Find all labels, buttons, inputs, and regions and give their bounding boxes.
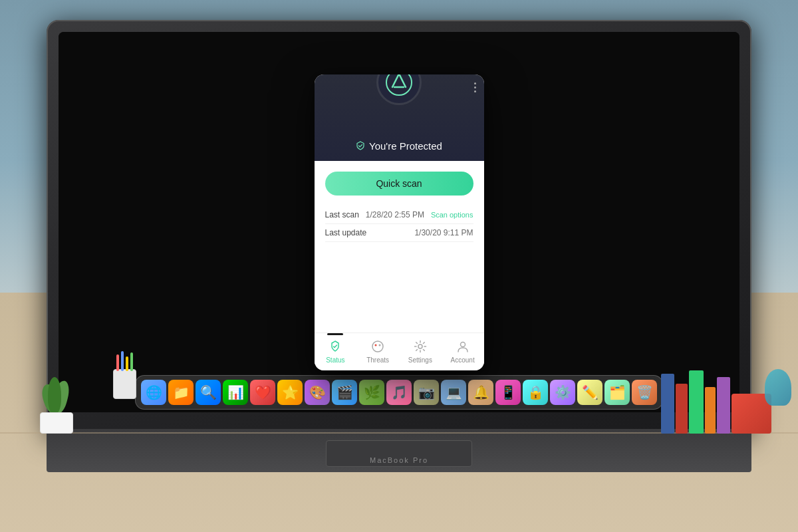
dock: 🌐 📁 🔍 📊 ❤️ ⭐ 🎨 🎬 🌿 🎵 📷 💻 🔔 📱 🔒 ⚙️ [135,375,663,410]
screen-bezel: You're Protected Quick scan Last scan 1/… [47,20,751,432]
protected-text: You're Protected [369,140,442,152]
scan-options-link[interactable]: Scan options [431,211,473,219]
last-update-value: 1/30/20 9:11 PM [414,228,473,237]
holder-body [113,369,136,399]
svg-point-6 [418,344,422,348]
quick-scan-button[interactable]: Quick scan [325,172,473,196]
svg-point-3 [372,341,383,352]
books [661,370,771,434]
shield-icon [356,141,365,150]
app-header: You're Protected [315,74,484,161]
dock-icon-12[interactable]: 🔔 [468,380,493,405]
app-body: Quick scan Last scan 1/28/20 2:55 PM Sca… [315,161,484,253]
nav-status[interactable]: Status [319,338,352,364]
dock-icon-16[interactable]: ✏️ [577,380,602,405]
dock-icon-6[interactable]: 🎨 [305,380,330,405]
dock-icon-7[interactable]: 🎬 [332,380,357,405]
book5 [717,377,730,434]
menu-dots-button[interactable] [474,82,476,92]
svg-point-5 [379,344,381,346]
dock-icon-17[interactable]: 🗂️ [604,380,630,405]
pencil3 [126,356,128,371]
plant [33,380,80,434]
screen-area: You're Protected Quick scan Last scan 1/… [59,32,739,412]
nav-account[interactable]: Account [446,338,479,364]
teal-object [765,369,791,406]
threats-nav-label: Threats [366,356,389,364]
bottom-nav: Status Threats [315,332,484,370]
account-nav-label: Account [451,356,475,364]
last-update-row: Last update 1/30/20 9:11 PM [325,224,473,242]
dock-icon-3[interactable]: 📊 [223,380,248,405]
dock-icon-9[interactable]: 🎵 [386,380,412,405]
book2 [676,384,688,434]
pot [40,412,73,434]
dock-icon-14[interactable]: 🔒 [523,380,548,405]
app-window: You're Protected Quick scan Last scan 1/… [315,74,484,370]
active-bar [327,333,343,335]
svg-point-4 [375,344,377,346]
pencil2 [121,351,124,371]
logo-circle [376,74,422,105]
dot2 [474,86,476,88]
settings-nav-label: Settings [408,356,432,364]
laptop: You're Protected Quick scan Last scan 1/… [47,20,751,472]
last-scan-row: Last scan 1/28/20 2:55 PM Scan options [325,206,473,224]
svg-point-7 [460,342,465,346]
settings-nav-icon [412,338,428,354]
nav-settings[interactable]: Settings [404,338,437,364]
pencil4 [130,352,133,371]
dock-icon-4[interactable]: ❤️ [250,380,275,405]
dock-icon-5[interactable]: ⭐ [277,380,303,405]
dot3 [474,90,476,92]
status-nav-label: Status [326,356,344,364]
plant-area [33,380,80,434]
last-scan-label: Last scan [325,210,359,219]
dock-icon-10[interactable]: 📷 [414,380,439,405]
app-spacer [315,253,484,332]
nav-threats[interactable]: Threats [361,338,394,364]
last-scan-value: 1/28/20 2:55 PM [366,210,424,219]
last-update-label: Last update [325,228,367,237]
pencil-holder [113,362,136,399]
protected-status: You're Protected [356,140,442,152]
dock-icon-finder[interactable]: 🌐 [141,380,166,405]
svg-point-2 [386,74,412,95]
book3 [689,370,704,434]
dock-icon-13[interactable]: 📱 [495,380,521,405]
book1 [661,374,674,434]
dock-icon-15[interactable]: ⚙️ [550,380,575,405]
screen-content: You're Protected Quick scan Last scan 1/… [59,32,739,412]
dock-icon-2[interactable]: 🔍 [196,380,221,405]
threats-nav-icon [370,338,386,354]
camera [396,25,402,31]
dock-icon-18[interactable]: 🗑️ [632,380,657,405]
dock-icon-1[interactable]: 📁 [168,380,194,405]
pencil1 [116,354,119,371]
status-nav-icon [327,338,343,354]
dock-icon-11[interactable]: 💻 [441,380,466,405]
dot1 [474,82,476,84]
book4 [705,387,716,434]
dock-icon-8[interactable]: 🌿 [359,380,384,405]
account-nav-icon [455,338,471,354]
leaf3 [48,377,61,414]
keyboard-base: MacBook Pro [47,429,751,472]
macbook-label: MacBook Pro [370,456,428,464]
